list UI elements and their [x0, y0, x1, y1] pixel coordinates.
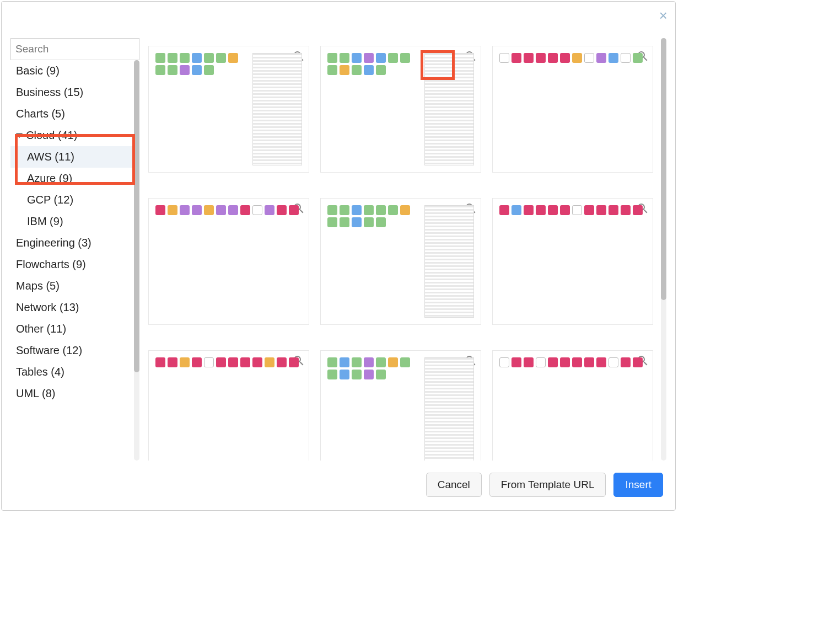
- category-label: Software (12): [16, 344, 82, 356]
- close-icon[interactable]: ×: [659, 7, 667, 24]
- category-label: Flowcharts (9): [16, 258, 86, 270]
- template-preview-content: [499, 357, 646, 461]
- template-grid: [145, 38, 656, 461]
- category-item[interactable]: Azure (9): [10, 168, 133, 189]
- category-label: Maps (5): [16, 280, 60, 292]
- template-thumbnail[interactable]: [492, 46, 653, 173]
- category-label: Tables (4): [16, 366, 64, 378]
- category-item[interactable]: Engineering (3): [10, 232, 133, 254]
- category-label: Network (13): [16, 301, 79, 313]
- sidebar: Basic (9)Business (15)Charts (5)Cloud (4…: [10, 38, 139, 461]
- template-preview-content: [499, 53, 646, 165]
- category-label: Cloud (41): [26, 129, 77, 141]
- template-thumbnail[interactable]: [148, 350, 309, 461]
- caret-down-icon: [16, 133, 23, 138]
- category-label: Other (11): [16, 323, 66, 335]
- template-preview-content: [327, 205, 474, 318]
- category-label: Charts (5): [16, 108, 65, 120]
- template-thumbnail[interactable]: [320, 198, 481, 325]
- category-label: Azure (9): [27, 172, 72, 184]
- category-item[interactable]: Tables (4): [10, 361, 133, 383]
- category-item[interactable]: Flowcharts (9): [10, 254, 133, 275]
- template-preview-content: [155, 357, 302, 461]
- cancel-button[interactable]: Cancel: [426, 473, 482, 497]
- category-item[interactable]: Business (15): [10, 82, 133, 103]
- insert-button[interactable]: Insert: [613, 473, 663, 497]
- category-label: UML (8): [16, 387, 55, 399]
- category-item[interactable]: UML (8): [10, 383, 133, 404]
- category-item[interactable]: AWS (11): [10, 146, 133, 168]
- category-list: Basic (9)Business (15)Charts (5)Cloud (4…: [10, 60, 133, 461]
- category-item[interactable]: GCP (12): [10, 189, 133, 211]
- template-dialog: × Basic (9)Business (15)Charts (5)Cloud …: [1, 1, 676, 511]
- preview-scrollbar-thumb[interactable]: [661, 38, 666, 300]
- category-label: Basic (9): [16, 65, 60, 77]
- category-item[interactable]: Software (12): [10, 340, 133, 361]
- dialog-body: Basic (9)Business (15)Charts (5)Cloud (4…: [2, 2, 675, 462]
- preview-scrollbar[interactable]: [661, 38, 666, 461]
- template-thumbnail[interactable]: [320, 46, 481, 173]
- highlight-zoom-icon: [421, 50, 455, 80]
- category-item[interactable]: Maps (5): [10, 275, 133, 297]
- template-thumbnail[interactable]: [492, 350, 653, 461]
- category-label: IBM (9): [27, 215, 63, 227]
- category-item[interactable]: IBM (9): [10, 211, 133, 232]
- category-label: Business (15): [16, 86, 83, 98]
- template-preview-content: [155, 205, 302, 318]
- sidebar-scrollbar-thumb[interactable]: [134, 60, 139, 372]
- dialog-footer: Cancel From Template URL Insert: [2, 462, 675, 510]
- category-item[interactable]: Charts (5): [10, 103, 133, 125]
- template-thumbnail[interactable]: [320, 350, 481, 461]
- category-item[interactable]: Other (11): [10, 318, 133, 340]
- category-label: GCP (12): [27, 194, 73, 206]
- template-thumbnail[interactable]: [148, 198, 309, 325]
- category-item[interactable]: Cloud (41): [10, 125, 133, 146]
- from-template-url-button[interactable]: From Template URL: [489, 473, 606, 497]
- category-label: Engineering (3): [16, 237, 91, 249]
- category-item[interactable]: Basic (9): [10, 60, 133, 82]
- search-input[interactable]: [15, 43, 146, 55]
- template-thumbnail[interactable]: [148, 46, 309, 173]
- template-preview-content: [499, 205, 646, 318]
- template-preview-content: [327, 357, 474, 461]
- search-row: [10, 38, 139, 60]
- preview-area: [145, 38, 666, 461]
- sidebar-scrollbar[interactable]: [134, 60, 139, 461]
- category-item[interactable]: Network (13): [10, 297, 133, 318]
- template-thumbnail[interactable]: [492, 198, 653, 325]
- template-preview-content: [155, 53, 302, 165]
- category-label: AWS (11): [27, 151, 74, 163]
